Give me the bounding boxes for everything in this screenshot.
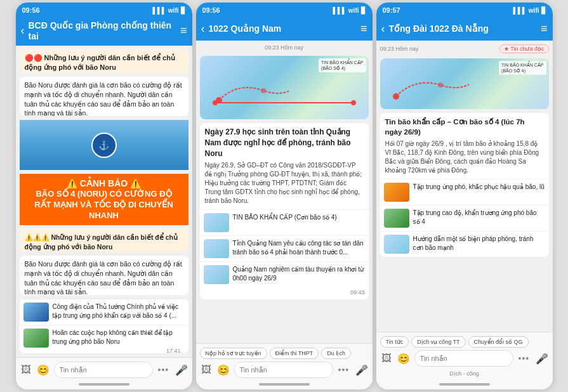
input-row-2: 🖼 😊 ••• 🎤 📎 [200, 362, 369, 378]
menu-icon-2[interactable]: ≡ [360, 22, 367, 36]
list-row-2-2: Tỉnh Quảng Nam yêu cầu công tác sơ tán d… [200, 235, 369, 261]
menu-icon-3[interactable]: ≡ [541, 22, 548, 36]
back-button-1[interactable]: ‹ [21, 24, 25, 37]
svg-point-4 [438, 82, 443, 88]
signal-icon-2: ▌▌▌ [333, 7, 347, 14]
bottom-bar-3: Tin tức Dịch vụ công TT Chuyển đổi số QG… [376, 332, 553, 389]
phone-2: 09:56 ▌▌▌ wifi ▊ ‹ 1022 Quảng Nam ≡ 09:2… [196, 3, 373, 389]
list-row-2-3: Quảng Nam nghiêm cấm tàu thuyền ra khơi … [200, 261, 369, 287]
status-bar-2: 09:56 ▌▌▌ wifi ▊ [196, 3, 373, 16]
menu-icon-1[interactable]: ≡ [180, 24, 187, 37]
bottom-bar-2: Nộp hồ sơ trực tuyến Điểm thi THPT Du lị… [196, 343, 373, 389]
map-box-2: TIN BÃO KHẨN CẤP(BÃO SỐ 4) [200, 56, 369, 119]
message-input-1[interactable] [54, 362, 153, 378]
item-text-2-3: Quảng Nam nghiêm cấm tàu thuyền ra khơi … [233, 265, 365, 282]
list-row-3-1: Tập trung ứng phó, khắc phục hậu quả bão… [380, 179, 549, 205]
message-input-2[interactable] [234, 362, 333, 378]
battery-icon-3: ▊ [541, 7, 546, 14]
chat-header-2: ‹ 1022 Quảng Nam ≡ [196, 16, 373, 41]
quick-btn-3-1[interactable]: Tin tức [380, 336, 409, 348]
bubble-warn2-text: ⚠️⚠️⚠️ Những lưu ý người dân cần biết để… [20, 229, 188, 252]
signal-icon-3: ▌▌▌ [513, 7, 527, 14]
list-row-2: Hoãn các cuộc họp không cần thiết để tập… [20, 325, 188, 353]
time-badge-2: 09:43 [200, 287, 369, 299]
status-time-1: 09:56 [22, 6, 40, 14]
wifi-icon: wifi [168, 7, 179, 14]
quick-btns-3: Tin tức Dịch vụ công TT Chuyển đổi số QG [380, 336, 549, 348]
date-badge-2: 09:23 Hôm nay [265, 44, 303, 51]
chat-title-3: Tổng Đài 1022 Đà Nẵng [389, 23, 537, 34]
status-icons-2: ▌▌▌ wifi ▊ [333, 7, 366, 14]
mic-icon-2[interactable]: 🎤 [354, 363, 369, 377]
quick-btn-2-3[interactable]: Du lịch [321, 348, 351, 359]
battery-icon: ▊ [181, 7, 186, 14]
thumb-3-1 [384, 183, 409, 202]
status-icons-1: ▌▌▌ wifi ▊ [153, 7, 186, 14]
item-text-1: Công điện của Thủ tướng Chính phủ về việ… [53, 303, 185, 320]
emoji-icon-2[interactable]: 😊 [216, 363, 231, 377]
bottom-bar-1: 🖼 😊 ••• 🎤 📎 [16, 357, 192, 389]
dots-icon-3[interactable]: ••• [517, 352, 532, 365]
dots-icon-1[interactable]: ••• [156, 363, 171, 376]
bubble-warn2: ⚠️⚠️⚠️ Những lưu ý người dân cần biết để… [20, 229, 188, 252]
list-row-1: Công điện của Thủ tướng Chính phủ về việ… [20, 299, 188, 325]
home-bar-2 [259, 383, 310, 386]
bubble-text-1: Bão Noru được đánh giá là cơn bão có cườ… [20, 77, 188, 116]
main-body-2: Ngày 26.9, Sở GD–ĐT có Công văn 2018/SGD… [205, 161, 364, 206]
chat-content-3: 09:23 Hôm nay ★ Tin chưa đọc TIN BÃO KHẨ… [376, 41, 553, 332]
chat-content-1: 🔴🔴 Những lưu ý người dân cần biết để chủ… [16, 46, 192, 357]
status-bar-1: 09:56 ▌▌▌ wifi ▊ [16, 3, 192, 16]
bubble-main-2-inner: Ngày 27.9 học sinh trên toàn tỉnh Quảng … [200, 123, 369, 209]
list-row-3-3: Hướng dẫn một số biện pháp phòng, tránh … [380, 231, 549, 257]
bubble-list-1: Công điện của Thủ tướng Chính phủ về việ… [20, 299, 188, 353]
chat-header-1: ‹ BCĐ Quốc gia Phòng chống thiên tai ≡ [16, 16, 192, 46]
message-input-3[interactable] [414, 350, 513, 367]
input-row-3: 🖼 😊 ••• 🎤 📎 [380, 350, 549, 367]
mic-icon-1[interactable]: 🎤 [174, 363, 189, 377]
item-text-3-1: Tập trung ứng phó, khắc phục hậu quả bão… [413, 183, 545, 192]
gallery-icon-1[interactable]: 🖼 [20, 363, 32, 377]
battery-icon-2: ▊ [361, 7, 366, 14]
wifi-icon-3: wifi [529, 7, 539, 14]
chat-header-3: ‹ Tổng Đài 1022 Đà Nẵng ≡ [376, 16, 553, 41]
mic-icon-3[interactable]: 🎤 [534, 351, 550, 366]
warn-line2-1: RẤT MẠNH VÀ TỐC ĐỘ DI CHUYỂN NHANH [25, 200, 183, 221]
storm-image-1: ⚓ [20, 120, 188, 170]
quick-btns-2: Nộp hồ sơ trực tuyến Điểm thi THPT Du lị… [200, 348, 369, 359]
home-bar-1 [79, 383, 129, 386]
item-text-3-2: Tập trung cao độ, khẩn trương ứng phó bã… [413, 209, 545, 226]
warn-line1-1: BÃO SỐ 4 (NORU) CÓ CƯỜNG ĐỘ [25, 189, 183, 200]
map-title-2: TIN BÃO KHẨN CẤP(BÃO SỐ 4) [319, 58, 366, 72]
quick-btn-2-2[interactable]: Điểm thi THPT [270, 348, 319, 359]
bottom-label-row-3: Dịch - công [380, 369, 549, 378]
bubble-main-3-inner: Tin bão khẩn cấp – Cơn bão số 4 (lúc 7h … [380, 113, 549, 179]
chat-title-1: BCĐ Quốc gia Phòng chống thiên tai [29, 20, 176, 42]
map-title-3: TIN BÃO KHẨN CẤP(BÃO SỐ 4) [499, 61, 546, 75]
emoji-icon-3[interactable]: 😊 [396, 351, 411, 366]
gallery-icon-3[interactable]: 🖼 [380, 351, 393, 365]
signal-icon: ▌▌▌ [153, 7, 166, 14]
thumb-3-3 [384, 235, 409, 254]
date-badge-3: 09:23 Hôm nay [380, 46, 419, 52]
back-button-2[interactable]: ‹ [201, 22, 205, 36]
back-button-3[interactable]: ‹ [381, 22, 385, 36]
main-body-3: Hồi 07 giờ ngày 26/9 , vị trí tâm bão ở … [385, 140, 544, 175]
list-row-3-2: Tập trung cao độ, khẩn trương ứng phó bã… [380, 205, 549, 231]
main-title-2: Ngày 27.9 học sinh trên toàn tỉnh Quảng … [205, 127, 364, 159]
emoji-icon-1[interactable]: 😊 [36, 363, 51, 377]
quick-btn-3-3[interactable]: Chuyển đổi số QG [468, 336, 529, 348]
chat-title-2: 1022 Quảng Nam [209, 23, 357, 34]
status-icons-3: ▌▌▌ wifi ▊ [513, 7, 546, 14]
bubble-warn-top: 🔴🔴 Những lưu ý người dân cần biết để chủ… [20, 49, 188, 74]
gallery-icon-2[interactable]: 🖼 [200, 363, 213, 377]
quick-btn-2-1[interactable]: Nộp hồ sơ trực tuyến [200, 348, 267, 359]
phone-1: 09:56 ▌▌▌ wifi ▊ ‹ BCĐ Quốc gia Phòng ch… [16, 3, 192, 389]
status-time-3: 09:57 [383, 6, 400, 14]
status-time-2: 09:56 [202, 6, 220, 14]
dots-icon-2[interactable]: ••• [336, 363, 352, 376]
thumb-3-2 [384, 209, 409, 228]
unread-badge-3[interactable]: ★ Tin chưa đọc [499, 44, 549, 53]
storm-path-svg-2 [213, 75, 289, 113]
warn-title-1: ⚠️ CẢNH BÁO ⚠️ [25, 178, 183, 189]
quick-btn-3-2[interactable]: Dịch vụ công TT [411, 336, 465, 348]
